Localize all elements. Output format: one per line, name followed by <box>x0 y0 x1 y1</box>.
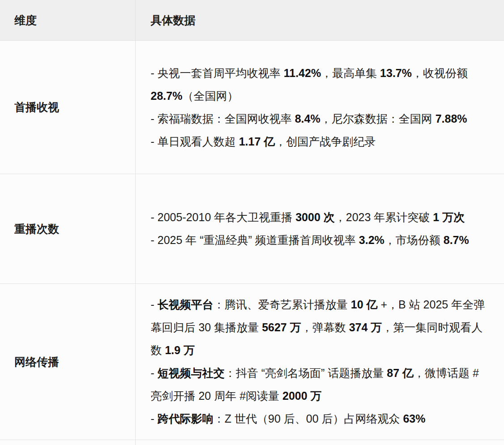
bold-value: 5627 万 <box>262 321 301 334</box>
bullet-item: - 2005-2010 年各大卫视重播 3000 次，2023 年累计突破 1 … <box>151 206 487 229</box>
bold-value: 1.17 亿 <box>239 135 275 148</box>
partial-data-cell <box>135 440 504 445</box>
dimension-cell: 重播次数 <box>0 174 135 284</box>
bold-value: 短视频与社交 <box>158 367 225 379</box>
table-row: 网络传播- 长视频平台：腾讯、爱奇艺累计播放量 10 亿 +，B 站 2025 … <box>0 284 504 440</box>
bold-value: 374 万 <box>349 321 382 334</box>
bullet-item: - 单日观看人数超 1.17 亿，创国产战争剧纪录 <box>151 130 487 153</box>
bold-value: 7.88% <box>436 112 467 125</box>
text-segment: - <box>151 412 158 425</box>
bold-value: 3.2% <box>359 234 384 246</box>
bold-value: 3000 次 <box>295 211 335 223</box>
bold-value: 10 亿 <box>351 298 378 311</box>
text-segment: ，创国产战争剧纪录 <box>275 135 376 148</box>
stats-table: 维度 具体数据 首播收视- 央视一套首周平均收视率 11.42%，最高单集 13… <box>0 0 504 445</box>
text-segment: ，2023 年累计突破 <box>335 211 433 223</box>
text-segment: ，最高单集 <box>321 67 380 79</box>
dimension-cell: 网络传播 <box>0 284 135 440</box>
header-row: 维度 具体数据 <box>0 0 504 41</box>
text-segment: - 2025 年 “重温经典” 频道重播首周收视率 <box>151 234 359 246</box>
text-segment: ，弹幕数 <box>301 321 349 334</box>
column-header-data: 具体数据 <box>135 0 504 41</box>
text-segment: （全国网） <box>182 90 238 102</box>
partial-next-row <box>0 440 504 445</box>
bold-value: 11.42% <box>284 67 321 79</box>
table-row: 重播次数- 2005-2010 年各大卫视重播 3000 次，2023 年累计突… <box>0 174 504 284</box>
bold-value: 跨代际影响 <box>158 412 214 425</box>
bold-value: 2000 万 <box>282 389 322 402</box>
text-segment: ，市场份额 <box>384 234 444 246</box>
dimension-cell: 首播收视 <box>0 41 135 174</box>
screenshot-root: 维度 具体数据 首播收视- 央视一套首周平均收视率 11.42%，最高单集 13… <box>0 0 504 445</box>
text-segment: - 央视一套首周平均收视率 <box>151 67 284 79</box>
data-cell: - 央视一套首周平均收视率 11.42%，最高单集 13.7%，收视份额 28.… <box>135 41 504 174</box>
text-segment: - 单日观看人数超 <box>151 135 239 148</box>
bold-value: 63% <box>403 412 425 425</box>
text-segment: - 2005-2010 年各大卫视重播 <box>151 211 296 223</box>
bold-value: 28.7% <box>151 90 183 102</box>
bold-value: 8.7% <box>444 234 469 246</box>
text-segment: - <box>151 298 158 311</box>
column-header-dimension: 维度 <box>0 0 135 41</box>
bullet-item: - 跨代际影响：Z 世代（90 后、00 后）占网络观众 63% <box>151 407 487 430</box>
bold-value: 长视频平台 <box>158 298 214 311</box>
table-row: 首播收视- 央视一套首周平均收视率 11.42%，最高单集 13.7%，收视份额… <box>0 41 504 174</box>
bold-value: 87 亿 <box>387 367 414 379</box>
bold-value: 1.9 万 <box>165 344 195 356</box>
text-segment: - <box>151 367 158 379</box>
bold-value: 8.4% <box>295 112 320 125</box>
bullet-item: - 短视频与社交：抖音 “亮剑名场面” 话题播放量 87 亿，微博话题 #亮剑开… <box>151 362 487 407</box>
text-segment: ：Z 世代（90 后、00 后）占网络观众 <box>214 412 403 425</box>
table-header: 维度 具体数据 <box>0 0 504 41</box>
text-segment: ：抖音 “亮剑名场面” 话题播放量 <box>225 367 387 379</box>
bullet-item: - 2025 年 “重温经典” 频道重播首周收视率 3.2%，市场份额 8.7% <box>151 229 487 252</box>
bold-value: 13.7% <box>380 67 412 79</box>
table-body: 首播收视- 央视一套首周平均收视率 11.42%，最高单集 13.7%，收视份额… <box>0 41 504 445</box>
bullet-item: - 长视频平台：腾讯、爱奇艺累计播放量 10 亿 +，B 站 2025 年全弹幕… <box>151 293 487 362</box>
data-cell: - 2005-2010 年各大卫视重播 3000 次，2023 年累计突破 1 … <box>135 174 504 284</box>
text-segment: ，收视份额 <box>412 67 468 79</box>
partial-dimension-cell <box>0 440 135 445</box>
bold-value: 1 万次 <box>433 211 465 223</box>
bullet-item: - 央视一套首周平均收视率 11.42%，最高单集 13.7%，收视份额 28.… <box>151 62 487 107</box>
text-segment: ，尼尔森数据：全国网 <box>320 112 436 125</box>
text-segment: ：腾讯、爱奇艺累计播放量 <box>214 298 351 311</box>
text-segment: - 索福瑞数据：全国网收视率 <box>151 112 295 125</box>
bullet-item: - 索福瑞数据：全国网收视率 8.4%，尼尔森数据：全国网 7.88% <box>151 107 487 130</box>
data-cell: - 长视频平台：腾讯、爱奇艺累计播放量 10 亿 +，B 站 2025 年全弹幕… <box>135 284 504 440</box>
